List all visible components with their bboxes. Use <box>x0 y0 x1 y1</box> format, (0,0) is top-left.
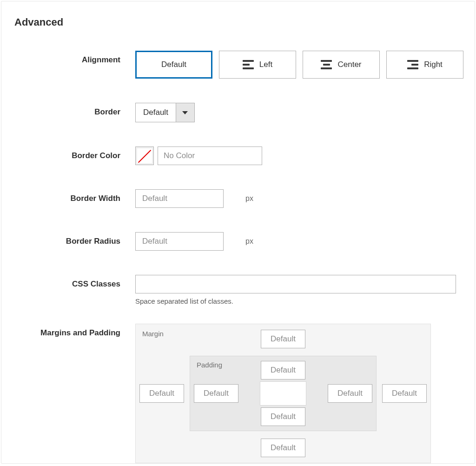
border-width-input-wrap: px <box>135 189 224 208</box>
alignment-option-label: Center <box>337 60 361 69</box>
alignment-option-left[interactable]: Left <box>219 51 296 79</box>
alignment-field: Alignment Default Left Center <box>14 51 462 79</box>
border-radius-field: Border Radius px <box>14 232 462 251</box>
no-color-icon <box>137 148 152 163</box>
border-label: Border <box>14 103 135 117</box>
advanced-section: Advanced Alignment Default Left <box>1 1 475 464</box>
border-color-label: Border Color <box>14 146 135 160</box>
border-select-value: Default <box>136 103 176 122</box>
alignment-option-label: Left <box>259 60 272 69</box>
align-right-icon <box>407 60 418 69</box>
alignment-option-center[interactable]: Center <box>303 51 380 79</box>
border-width-field: Border Width px <box>14 189 462 208</box>
border-color-field: Border Color <box>14 146 462 165</box>
margin-right-input[interactable] <box>382 384 427 403</box>
border-field: Border Default <box>14 103 462 122</box>
border-select[interactable]: Default <box>135 103 195 122</box>
border-color-swatch[interactable] <box>135 146 154 165</box>
css-classes-input[interactable] <box>135 275 456 293</box>
margins-padding-field: Margins and Padding Margin Padding <box>14 324 462 463</box>
content-box <box>260 381 306 406</box>
border-radius-input-wrap: px <box>135 232 224 251</box>
padding-box: Padding <box>190 356 377 431</box>
padding-top-input[interactable] <box>261 361 305 379</box>
border-color-input[interactable] <box>158 146 262 165</box>
css-classes-label: CSS Classes <box>14 275 135 289</box>
caret-down-icon <box>182 111 188 114</box>
align-left-icon <box>243 60 254 69</box>
section-title: Advanced <box>14 16 462 28</box>
padding-left-input[interactable] <box>194 384 238 403</box>
margins-padding-label: Margins and Padding <box>14 324 135 338</box>
align-center-icon <box>321 60 332 69</box>
alignment-options: Default Left Center <box>135 51 463 79</box>
border-width-input[interactable] <box>141 193 242 204</box>
margin-bottom-input[interactable] <box>261 439 305 457</box>
css-classes-field: CSS Classes Space separated list of clas… <box>14 275 462 305</box>
alignment-option-default[interactable]: Default <box>135 51 212 79</box>
margin-box-label: Margin <box>142 330 164 338</box>
border-radius-input[interactable] <box>141 236 242 246</box>
alignment-option-right[interactable]: Right <box>386 51 463 79</box>
css-classes-hint: Space separated list of classes. <box>135 297 462 305</box>
margin-top-input[interactable] <box>261 330 305 348</box>
padding-bottom-input[interactable] <box>261 407 305 426</box>
border-select-handle[interactable] <box>176 103 194 122</box>
margin-box: Margin Padding <box>135 324 431 463</box>
padding-right-input[interactable] <box>328 384 372 403</box>
border-width-unit: px <box>242 194 253 203</box>
margin-left-input[interactable] <box>139 384 184 403</box>
border-width-label: Border Width <box>14 189 135 203</box>
padding-box-label: Padding <box>197 361 222 369</box>
alignment-option-label: Default <box>161 60 186 69</box>
border-radius-label: Border Radius <box>14 232 135 246</box>
alignment-label: Alignment <box>14 51 135 65</box>
border-radius-unit: px <box>242 237 253 246</box>
alignment-option-label: Right <box>424 60 443 69</box>
